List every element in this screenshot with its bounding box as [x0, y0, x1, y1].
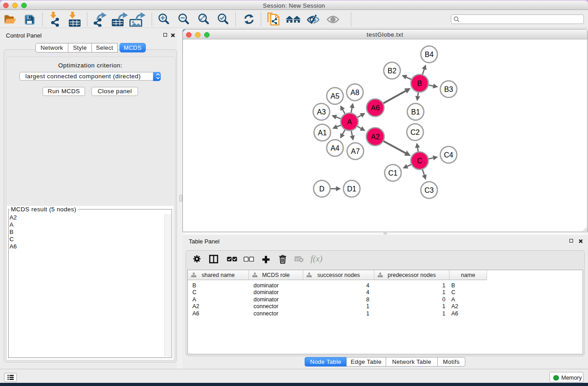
- svg-text:A4: A4: [330, 144, 339, 152]
- svg-text:A1: A1: [318, 129, 327, 137]
- svg-text:D1: D1: [347, 185, 357, 193]
- svg-text:C3: C3: [425, 186, 434, 194]
- svg-text:C2: C2: [411, 129, 420, 136]
- svg-text:B3: B3: [444, 86, 453, 93]
- svg-text:B: B: [417, 80, 422, 87]
- svg-text:A8: A8: [350, 89, 359, 96]
- svg-text:A6: A6: [371, 104, 380, 112]
- svg-text:C1: C1: [388, 169, 398, 177]
- svg-text:C: C: [417, 157, 422, 165]
- svg-text:A5: A5: [330, 92, 339, 100]
- svg-text:A3: A3: [317, 108, 326, 116]
- svg-text:B1: B1: [411, 108, 420, 116]
- svg-text:D: D: [319, 185, 325, 193]
- svg-text:A: A: [347, 118, 352, 126]
- svg-text:A7: A7: [351, 148, 360, 155]
- svg-text:C4: C4: [444, 151, 454, 159]
- svg-text:A2: A2: [371, 133, 380, 141]
- svg-text:B4: B4: [425, 51, 434, 58]
- svg-text:B2: B2: [387, 67, 397, 75]
